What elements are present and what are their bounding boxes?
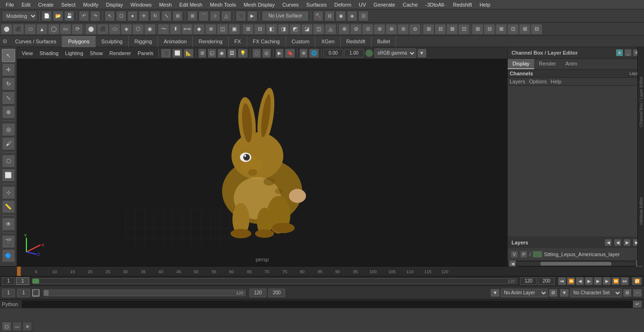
slider-thumb[interactable]: [33, 279, 39, 283]
range-end-input[interactable]: [249, 289, 266, 297]
extra6-btn[interactable]: ⊜: [397, 24, 409, 34]
smooth2-btn[interactable]: ▣: [229, 24, 240, 34]
universal-manip-btn[interactable]: ⊕: [2, 105, 15, 119]
torus-btn[interactable]: ◯: [48, 24, 59, 34]
cone-btn[interactable]: ▲: [36, 24, 48, 34]
grp2-btn[interactable]: ⊟: [254, 24, 265, 34]
menu-edit-mesh[interactable]: Edit Mesh: [175, 1, 206, 8]
extra3-btn[interactable]: ⊙: [362, 24, 373, 34]
menu-surfaces[interactable]: Surfaces: [303, 1, 330, 8]
menu-select[interactable]: Select: [58, 1, 80, 8]
viewport-canvas[interactable]: X Y Z persp: [17, 59, 507, 266]
goto-end-btn[interactable]: ⏭: [620, 277, 629, 285]
snap-btn[interactable]: ⊹: [2, 186, 15, 199]
bb-frame1[interactable]: [2, 289, 15, 297]
scale-btn[interactable]: ⤡: [161, 11, 172, 21]
menu-file[interactable]: File: [2, 1, 18, 8]
camera-btn[interactable]: 🎥: [161, 49, 171, 58]
menu-3dtoall[interactable]: -3DtoAll-: [421, 1, 449, 8]
render-view-btn[interactable]: 🎬: [2, 235, 15, 248]
rect-sel-btn[interactable]: ⬜: [2, 169, 15, 182]
paint-btn[interactable]: ●: [127, 11, 138, 21]
grp6-btn[interactable]: ◪: [301, 24, 313, 34]
snap-curve-btn[interactable]: ⌒: [198, 11, 209, 21]
extra1-btn[interactable]: ⊗: [339, 24, 350, 34]
tab-animation[interactable]: Animation: [158, 36, 193, 47]
tab-xgen[interactable]: XGen: [315, 36, 340, 47]
ns-btn3[interactable]: ⬭: [109, 24, 120, 34]
menu-uv[interactable]: UV: [355, 1, 370, 8]
rp-color-btn[interactable]: ●: [616, 49, 623, 57]
grp4-btn[interactable]: ◨: [278, 24, 289, 34]
bookmark-btn[interactable]: 🔖: [285, 49, 295, 58]
lasso-btn[interactable]: ⬡: [116, 11, 126, 21]
show-menu-btn[interactable]: Show: [87, 49, 106, 57]
start-frame-input[interactable]: [2, 277, 15, 285]
xray-btn[interactable]: ◌: [252, 49, 261, 58]
tab-rendering[interactable]: Rendering: [193, 36, 229, 47]
bb-frame2[interactable]: [17, 289, 30, 297]
layer-prev-btn[interactable]: ◀: [604, 239, 612, 246]
render-btn[interactable]: 🎥: [236, 11, 246, 21]
menu-mesh[interactable]: Mesh: [155, 1, 175, 8]
lighting-menu-btn[interactable]: Lighting: [62, 49, 86, 57]
extrude-btn[interactable]: ⊡: [358, 11, 369, 21]
texture-btn[interactable]: 🖼: [227, 49, 237, 58]
extra7-btn[interactable]: ⊝: [409, 24, 421, 34]
color-space-arrow[interactable]: ▼: [417, 49, 427, 58]
ns-cube-btn[interactable]: ⬛: [97, 24, 108, 34]
display-tab[interactable]: Display: [508, 59, 534, 69]
rotate-tool-btn[interactable]: ↻: [2, 77, 15, 90]
live-surface-btn[interactable]: No Live Surface: [262, 11, 309, 21]
tab-bullet[interactable]: Bullet: [372, 36, 396, 47]
xtra16-btn[interactable]: ⊞: [519, 24, 530, 34]
layer-next-btn[interactable]: ▶: [623, 239, 631, 246]
tab-fx-caching[interactable]: FX Caching: [247, 36, 286, 47]
select-tool-btn[interactable]: ↖: [2, 49, 15, 62]
extra2-btn[interactable]: ⊘: [350, 24, 362, 34]
color-space-select[interactable]: sRGB gamma: [374, 49, 416, 58]
tab-sculpting[interactable]: Sculpting: [96, 36, 129, 47]
menu-display[interactable]: Display: [102, 1, 127, 8]
rp-scrollbar[interactable]: ◀ ▶: [508, 260, 644, 266]
tab-rigging[interactable]: Rigging: [129, 36, 158, 47]
rotate-btn[interactable]: ↻: [150, 11, 160, 21]
menu-generate[interactable]: Generate: [370, 1, 399, 8]
layer-prev2-btn[interactable]: ◀: [614, 239, 621, 246]
anim-tab[interactable]: Anim: [561, 59, 582, 69]
anim-layer-settings[interactable]: ⚙: [549, 289, 558, 297]
xtra12-btn[interactable]: ⊞: [472, 24, 483, 34]
timeline-slider[interactable]: 120: [32, 278, 517, 284]
mini-win-btn3[interactable]: ✕: [23, 322, 32, 331]
help-tab-btn[interactable]: Help: [551, 79, 561, 84]
extrude2-btn[interactable]: ⬆: [170, 24, 181, 34]
grp-btn[interactable]: ⊞: [242, 24, 254, 34]
timeline-ruler[interactable]: 1 5 10 15 20 25 30 35 40 45 50 55 60 65 …: [0, 267, 644, 276]
measure-btn[interactable]: 📏: [2, 200, 15, 213]
menu-deform[interactable]: Deform: [330, 1, 355, 8]
ipr-btn[interactable]: ▶: [247, 11, 257, 21]
render-tab[interactable]: Render: [534, 59, 561, 69]
menu-redshift[interactable]: Redshift: [449, 1, 476, 8]
tab-settings-btn[interactable]: ⚙: [0, 36, 9, 47]
cube-btn[interactable]: ⬛: [13, 24, 24, 34]
rp-scroll-thumb[interactable]: [540, 262, 612, 266]
menu-mesh-display[interactable]: Mesh Display: [240, 1, 279, 8]
tab-polygons[interactable]: Polygons: [62, 36, 95, 47]
range-max-input[interactable]: [268, 289, 285, 297]
bevel-btn[interactable]: ◈: [347, 11, 357, 21]
smooth-btn[interactable]: ◉: [217, 49, 226, 58]
menu-curves[interactable]: Curves: [279, 1, 303, 8]
world-btn[interactable]: 🌐: [309, 49, 319, 58]
options-tab-btn[interactable]: Options: [529, 79, 547, 84]
end-frame-input[interactable]: [520, 277, 537, 285]
crease-btn[interactable]: ◫: [217, 24, 228, 34]
cv-curve-btn[interactable]: 〜: [158, 24, 169, 34]
cylinder-btn[interactable]: ⬭: [25, 24, 36, 34]
goto-start-btn[interactable]: ⏮: [558, 277, 566, 285]
tab-fx[interactable]: FX: [229, 36, 247, 47]
pivot-btn[interactable]: ⊕: [299, 49, 308, 58]
move-btn[interactable]: ✛: [139, 11, 149, 21]
extra4-btn[interactable]: ⊚: [374, 24, 385, 34]
python-enter-btn[interactable]: ↵: [633, 300, 642, 308]
